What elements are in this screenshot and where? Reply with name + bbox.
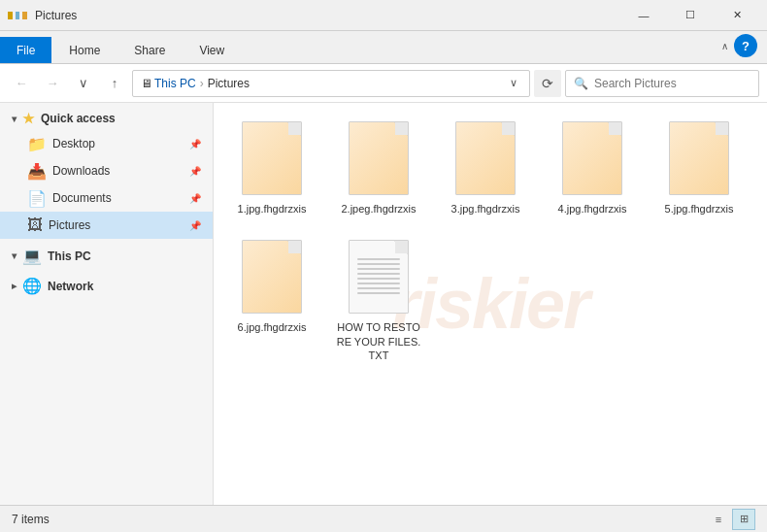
tab-share[interactable]: Share xyxy=(117,37,182,63)
file-icon-container xyxy=(344,118,414,198)
file-page-icon xyxy=(455,121,516,195)
text-line xyxy=(357,273,400,275)
title-bar: Pictures — ☐ ✕ xyxy=(0,0,767,31)
quick-access-arrow: ▾ xyxy=(12,114,17,124)
sidebar: ▾ ★ Quick access 📁 Desktop 📌 📥 Downloads… xyxy=(0,103,214,505)
window-controls: — ☐ ✕ xyxy=(621,0,759,31)
file-page-icon xyxy=(242,121,302,195)
pin-icon-downloads: 📌 xyxy=(189,166,201,177)
file-page-icon xyxy=(349,121,409,195)
address-dropdown-icon[interactable]: ∨ xyxy=(506,77,521,89)
search-input[interactable] xyxy=(594,77,750,90)
breadcrumb-sep: › xyxy=(200,77,204,90)
item-count: 7 items xyxy=(12,513,50,526)
ribbon-tabs: File Home Share View ∧ ? xyxy=(0,31,767,64)
search-icon: 🔍 xyxy=(574,77,588,90)
address-bar[interactable]: 🖥 This PC › Pictures ∨ xyxy=(132,70,530,97)
desktop-folder-icon: 📁 xyxy=(27,135,47,153)
tab-view[interactable]: View xyxy=(183,37,241,63)
file-label: HOW TO RESTORE YOUR FILES.TXT xyxy=(336,320,421,362)
status-bar: 7 items ≡ ⊞ xyxy=(0,505,767,532)
grid-view-button[interactable]: ⊞ xyxy=(732,509,755,530)
network-label: Network xyxy=(48,280,93,293)
text-line xyxy=(357,268,400,270)
text-line xyxy=(357,287,400,289)
file-item[interactable]: 6.jpg.fhgdrzxis xyxy=(223,231,320,368)
search-bar[interactable]: 🔍 xyxy=(565,70,759,97)
file-item[interactable]: 5.jpg.fhgdrzxis xyxy=(650,113,748,221)
nav-bar: ← → ∨ ↑ 🖥 This PC › Pictures ∨ ⟳ 🔍 xyxy=(0,64,767,103)
star-icon: ★ xyxy=(22,111,35,126)
text-lines xyxy=(357,258,400,294)
breadcrumb-icon: 🖥 xyxy=(141,77,152,90)
documents-folder-icon: 📄 xyxy=(27,189,47,208)
nav-dropdown-button[interactable]: ∨ xyxy=(70,70,97,97)
refresh-button[interactable]: ⟳ xyxy=(534,70,561,97)
sidebar-documents-label: Documents xyxy=(52,191,112,205)
file-page-icon xyxy=(349,240,409,314)
file-label: 4.jpg.fhgdrzxis xyxy=(558,202,627,216)
file-page-icon xyxy=(669,121,729,195)
close-button[interactable]: ✕ xyxy=(715,0,759,31)
ribbon-expand: ∧ ? xyxy=(712,28,767,63)
maximize-button[interactable]: ☐ xyxy=(668,0,713,31)
file-item[interactable]: 2.jpeg.fhgdrzxis xyxy=(330,113,427,221)
network-arrow: ▸ xyxy=(12,281,17,291)
back-button[interactable]: ← xyxy=(8,70,35,97)
pin-icon-pictures: 📌 xyxy=(189,220,201,231)
file-icon-container xyxy=(450,118,520,198)
app-icon xyxy=(8,6,27,25)
this-pc-header[interactable]: ▾ 💻 This PC xyxy=(0,243,213,269)
sidebar-item-desktop[interactable]: 📁 Desktop 📌 xyxy=(0,130,213,157)
tab-file[interactable]: File xyxy=(0,37,51,63)
this-pc-arrow: ▾ xyxy=(12,250,17,261)
breadcrumb: 🖥 This PC › Pictures xyxy=(141,77,502,90)
network-header[interactable]: ▸ 🌐 Network xyxy=(0,273,213,299)
file-icon-container xyxy=(344,237,414,316)
quick-access-header[interactable]: ▾ ★ Quick access xyxy=(0,107,213,130)
text-line xyxy=(357,292,400,294)
file-page-icon xyxy=(562,121,622,195)
text-line xyxy=(357,283,400,284)
content-area: riskier 1.jpg.fhgdrzxis 2.jpeg.fhgdrzxis… xyxy=(214,103,767,505)
sidebar-downloads-label: Downloads xyxy=(52,164,110,178)
sidebar-item-pictures[interactable]: 🖼 Pictures 📌 xyxy=(0,212,213,239)
file-item-txt[interactable]: HOW TO RESTORE YOUR FILES.TXT xyxy=(330,231,427,368)
file-item[interactable]: 3.jpg.fhgdrzxis xyxy=(437,113,534,221)
forward-button[interactable]: → xyxy=(39,70,66,97)
file-page-icon xyxy=(242,240,302,314)
file-icon-container xyxy=(237,237,307,316)
window-title: Pictures xyxy=(35,9,621,22)
sidebar-item-documents[interactable]: 📄 Documents 📌 xyxy=(0,184,213,212)
file-item[interactable]: 4.jpg.fhgdrzxis xyxy=(544,113,641,221)
quick-access-section: ▾ ★ Quick access 📁 Desktop 📌 📥 Downloads… xyxy=(0,107,213,239)
sidebar-pictures-label: Pictures xyxy=(49,218,90,232)
ribbon-collapse-icon[interactable]: ∧ xyxy=(721,41,728,51)
quick-access-label: Quick access xyxy=(41,112,116,125)
pictures-folder-icon: 🖼 xyxy=(27,216,43,234)
view-toggle: ≡ ⊞ xyxy=(707,509,755,530)
tab-home[interactable]: Home xyxy=(52,37,117,63)
file-label: 2.jpeg.fhgdrzxis xyxy=(341,202,416,216)
file-icon-container xyxy=(664,118,734,198)
minimize-button[interactable]: — xyxy=(621,0,666,31)
file-label: 1.jpg.fhgdrzxis xyxy=(238,202,307,216)
this-pc-icon: 💻 xyxy=(22,247,42,265)
sidebar-item-downloads[interactable]: 📥 Downloads 📌 xyxy=(0,157,213,184)
help-button[interactable]: ? xyxy=(734,34,757,57)
file-icon-container xyxy=(557,118,627,198)
file-label: 3.jpg.fhgdrzxis xyxy=(451,202,520,216)
file-item[interactable]: 1.jpg.fhgdrzxis xyxy=(223,113,320,221)
downloads-folder-icon: 📥 xyxy=(27,162,47,181)
text-line xyxy=(357,278,400,280)
network-section: ▸ 🌐 Network xyxy=(0,273,213,299)
text-line xyxy=(357,263,400,265)
this-pc-label: This PC xyxy=(48,249,91,263)
this-pc-section: ▾ 💻 This PC xyxy=(0,243,213,269)
up-button[interactable]: ↑ xyxy=(101,70,128,97)
file-label: 6.jpg.fhgdrzxis xyxy=(238,320,307,334)
file-icon-container xyxy=(237,118,307,198)
list-view-button[interactable]: ≡ xyxy=(707,509,730,530)
breadcrumb-thispc[interactable]: This PC xyxy=(154,77,196,90)
sidebar-desktop-label: Desktop xyxy=(52,137,95,150)
